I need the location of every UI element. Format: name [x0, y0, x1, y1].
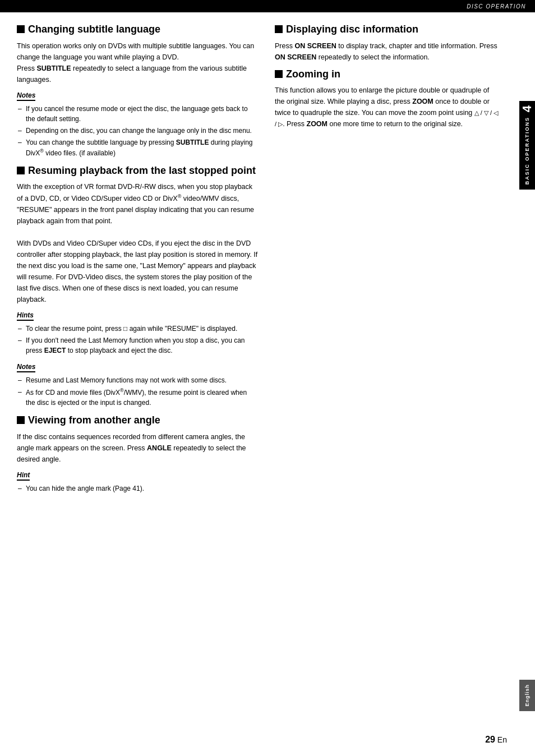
body-zooming-in: This function allows you to enlarge the … — [275, 85, 499, 130]
heading-square-icon-4 — [275, 25, 283, 33]
language-label: English — [524, 684, 530, 707]
hint-list-viewing: You can hide the angle mark (Page 41). — [17, 483, 258, 494]
hints-label: Hints — [17, 311, 34, 321]
top-bar: DISC OPERATION — [0, 0, 535, 12]
notes-list-1: If you cancel the resume mode or eject t… — [17, 104, 258, 158]
heading-square-icon-3 — [17, 416, 25, 424]
section-zooming-in: Zooming in This function allows you to e… — [275, 68, 499, 130]
heading-resuming-playback: Resuming playback from the last stopped … — [17, 165, 258, 177]
heading-text-viewing-angle: Viewing from another angle — [28, 414, 160, 427]
notes-list-2: Resume and Last Memory functions may not… — [17, 375, 258, 408]
note-item: You can change the subtitle language by … — [17, 137, 258, 158]
notes-label-2: Notes — [17, 363, 35, 372]
language-tab: English — [519, 680, 535, 711]
heading-square-icon-2 — [17, 167, 25, 174]
hint-item: If you don't need the Last Memory functi… — [17, 335, 258, 356]
page-container: DISC OPERATION 4 BASIC OPERATIONS Englis… — [0, 0, 535, 756]
note-item: As for CD and movie files (DivX®/WMV), t… — [17, 387, 258, 408]
page-number: 29 En — [485, 735, 507, 745]
hint-viewing-angle: Hint You can hide the angle mark (Page 4… — [17, 471, 258, 494]
section-displaying-disc: Displaying disc information Press ON SCR… — [275, 24, 499, 63]
section-viewing-angle: Viewing from another angle If the disc c… — [17, 414, 258, 494]
body-viewing-angle: If the disc contains sequences recorded … — [17, 431, 258, 465]
heading-text-displaying-disc: Displaying disc information — [286, 24, 418, 36]
heading-square-icon — [17, 25, 25, 33]
hints-resuming-playback: Hints To clear the resume point, press □… — [17, 311, 258, 356]
chapter-number: 4 — [520, 105, 534, 112]
main-content: Changing subtitle language This operatio… — [0, 12, 535, 511]
body-displaying-disc: Press ON SCREEN to display track, chapte… — [275, 40, 499, 63]
body-resuming-playback: With the exception of VR format DVD-R/-R… — [17, 181, 258, 305]
notes-resuming-playback: Notes Resume and Last Memory functions m… — [17, 362, 258, 408]
page-num-bold: 29 — [485, 735, 495, 744]
notes-label-1: Notes — [17, 91, 35, 101]
heading-square-icon-5 — [275, 70, 283, 78]
notes-changing-subtitle: Notes If you cancel the resume mode or e… — [17, 91, 258, 158]
heading-text-resuming-playback: Resuming playback from the last stopped … — [28, 165, 256, 177]
section-resuming-playback: Resuming playback from the last stopped … — [17, 165, 258, 408]
hints-list: To clear the resume point, press □ again… — [17, 324, 258, 356]
body-changing-subtitle: This operation works only on DVDs with m… — [17, 40, 258, 85]
note-item: If you cancel the resume mode or eject t… — [17, 104, 258, 124]
right-column: Displaying disc information Press ON SCR… — [275, 24, 499, 500]
hint-item: You can hide the angle mark (Page 41). — [17, 483, 258, 494]
left-column: Changing subtitle language This operatio… — [17, 24, 258, 500]
note-item: Resume and Last Memory functions may not… — [17, 375, 258, 385]
hint-label-viewing: Hint — [17, 471, 30, 481]
chapter-label: BASIC OPERATIONS — [524, 117, 530, 185]
heading-displaying-disc: Displaying disc information — [275, 24, 499, 36]
chapter-side-tab: 4 BASIC OPERATIONS — [519, 101, 535, 190]
heading-zooming-in: Zooming in — [275, 68, 499, 81]
heading-text-changing-subtitle: Changing subtitle language — [28, 24, 160, 36]
heading-text-zooming-in: Zooming in — [286, 68, 340, 81]
heading-changing-subtitle: Changing subtitle language — [17, 24, 258, 36]
hint-item: To clear the resume point, press □ again… — [17, 324, 258, 334]
disc-operation-label: DISC OPERATION — [467, 3, 526, 10]
heading-viewing-angle: Viewing from another angle — [17, 414, 258, 427]
section-changing-subtitle: Changing subtitle language This operatio… — [17, 24, 258, 158]
note-item: Depending on the disc, you can change th… — [17, 126, 258, 136]
